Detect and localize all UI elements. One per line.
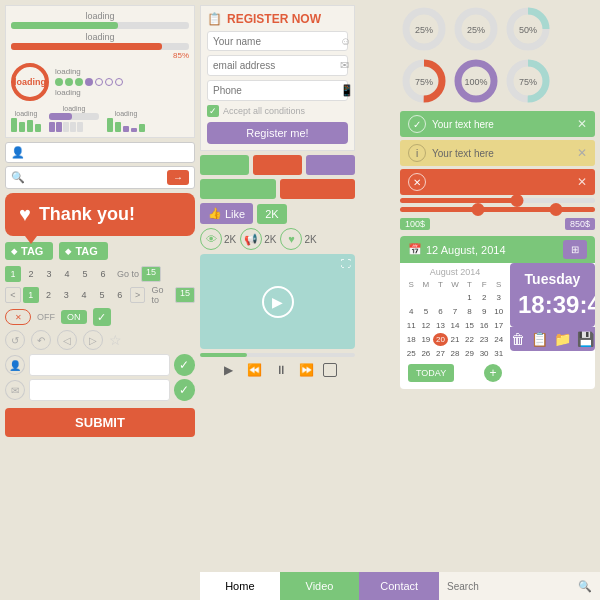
cal-day-9[interactable]: 9 — [477, 305, 492, 318]
cal-day-13[interactable]: 13 — [433, 319, 448, 332]
page-1b[interactable]: 1 — [23, 287, 39, 303]
cal-day-14[interactable]: 14 — [448, 319, 463, 332]
stop-control[interactable] — [323, 363, 337, 377]
star-icon[interactable]: ☆ — [109, 332, 122, 348]
cal-day-16[interactable]: 16 — [477, 319, 492, 332]
cal-day-31[interactable]: 31 — [491, 347, 506, 360]
register-button[interactable]: Register me! — [207, 122, 348, 144]
page-4[interactable]: 4 — [59, 266, 75, 282]
notif-close-1[interactable]: ✕ — [577, 117, 587, 131]
cal-day-27[interactable]: 27 — [433, 347, 448, 360]
mail-check-button[interactable]: ✓ — [174, 379, 195, 401]
page-2b[interactable]: 2 — [41, 287, 57, 303]
cal-day-28[interactable]: 28 — [448, 347, 463, 360]
goto-box-1[interactable]: 15 — [141, 266, 161, 282]
page-6[interactable]: 6 — [95, 266, 111, 282]
page-6b[interactable]: 6 — [112, 287, 128, 303]
cal-day-20-today[interactable]: 20 — [433, 333, 448, 346]
add-event-button[interactable]: + — [484, 364, 502, 382]
cal-day-1[interactable]: 1 — [462, 291, 477, 304]
cal-day-2[interactable]: 2 — [477, 291, 492, 304]
red-button-1[interactable] — [253, 155, 302, 175]
search-input-2[interactable] — [29, 172, 167, 183]
nav-search-input[interactable] — [447, 581, 574, 592]
tag-2[interactable]: TAG — [59, 242, 107, 260]
name-input[interactable] — [213, 36, 340, 47]
search-input-1[interactable] — [29, 147, 189, 158]
toggle-on-button[interactable]: ON — [61, 310, 87, 324]
today-button[interactable]: TODAY — [408, 364, 454, 382]
speaker-icon[interactable]: 📢 — [240, 228, 262, 250]
phone-input[interactable] — [213, 85, 340, 96]
slider-thumb-1[interactable] — [511, 194, 524, 207]
nav-video[interactable]: Video — [280, 572, 360, 600]
cal-day-30[interactable]: 30 — [477, 347, 492, 360]
rewind-control[interactable]: ⏪ — [245, 360, 265, 380]
slider-thumb-2b[interactable] — [550, 203, 563, 216]
green-button-1[interactable] — [200, 155, 249, 175]
cal-day-19[interactable]: 19 — [419, 333, 434, 346]
play-control[interactable]: ▶ — [219, 360, 239, 380]
goto-box-2[interactable]: 15 — [175, 287, 195, 303]
like-button[interactable]: 👍 Like — [200, 203, 253, 224]
heart-badge-icon[interactable]: ♥ — [280, 228, 302, 250]
cal-day-18[interactable]: 18 — [404, 333, 419, 346]
cal-day-17[interactable]: 17 — [491, 319, 506, 332]
page-3b[interactable]: 3 — [58, 287, 74, 303]
cal-day-25[interactable]: 25 — [404, 347, 419, 360]
cal-day-10[interactable]: 10 — [491, 305, 506, 318]
cal-day-26[interactable]: 26 — [419, 347, 434, 360]
cal-day-12[interactable]: 12 — [419, 319, 434, 332]
forward-icon[interactable]: ▷ — [83, 330, 103, 350]
cal-day-24[interactable]: 24 — [491, 333, 506, 346]
user-check-button[interactable]: ✓ — [174, 354, 195, 376]
play-button[interactable]: ▶ — [262, 286, 294, 318]
eye-icon[interactable]: 👁 — [200, 228, 222, 250]
red-button-2[interactable] — [280, 179, 356, 199]
purple-button-1[interactable] — [306, 155, 355, 175]
mail-form-input[interactable] — [29, 379, 170, 401]
cal-grid-icon[interactable]: ⊞ — [563, 240, 587, 259]
page-5b[interactable]: 5 — [94, 287, 110, 303]
trash-icon[interactable]: 🗑 — [511, 331, 525, 347]
page-3[interactable]: 3 — [41, 266, 57, 282]
page-5[interactable]: 5 — [77, 266, 93, 282]
forward-control[interactable]: ⏩ — [297, 360, 317, 380]
cal-day-4[interactable]: 4 — [404, 305, 419, 318]
save-icon[interactable]: 💾 — [577, 331, 594, 347]
tag-1[interactable]: TAG — [5, 242, 53, 260]
folder-icon[interactable]: 📁 — [554, 331, 571, 347]
expand-icon[interactable]: ⛶ — [341, 258, 351, 269]
user-form-input[interactable] — [29, 354, 170, 376]
cal-day-15[interactable]: 15 — [462, 319, 477, 332]
cal-day-21[interactable]: 21 — [448, 333, 463, 346]
email-input[interactable] — [213, 60, 340, 71]
page-2[interactable]: 2 — [23, 266, 39, 282]
cal-day-3[interactable]: 3 — [491, 291, 506, 304]
back-icon[interactable]: ◁ — [57, 330, 77, 350]
cal-day-6[interactable]: 6 — [433, 305, 448, 318]
notif-close-3[interactable]: ✕ — [577, 175, 587, 189]
prev-arrow[interactable]: < — [5, 287, 21, 303]
undo-icon[interactable]: ↶ — [31, 330, 51, 350]
cal-day-29[interactable]: 29 — [462, 347, 477, 360]
submit-button[interactable]: SUBMIT — [5, 408, 195, 437]
refresh-icon[interactable]: ↺ — [5, 330, 25, 350]
accept-checkbox[interactable]: ✓ — [207, 105, 219, 117]
page-1[interactable]: 1 — [5, 266, 21, 282]
cal-day-23[interactable]: 23 — [477, 333, 492, 346]
pause-control[interactable]: ⏸ — [271, 360, 291, 380]
cal-day-5[interactable]: 5 — [419, 305, 434, 318]
green-button-2[interactable] — [200, 179, 276, 199]
cal-day-7[interactable]: 7 — [448, 305, 463, 318]
cal-day-22[interactable]: 22 — [462, 333, 477, 346]
notif-close-2[interactable]: ✕ — [577, 146, 587, 160]
slider-thumb-2a[interactable] — [472, 203, 485, 216]
cal-day-11[interactable]: 11 — [404, 319, 419, 332]
toggle-check-button[interactable]: ✓ — [93, 308, 111, 326]
cal-day-8[interactable]: 8 — [462, 305, 477, 318]
page-4b[interactable]: 4 — [76, 287, 92, 303]
search-button[interactable]: → — [167, 170, 189, 185]
nav-contact[interactable]: Contact — [359, 572, 439, 600]
nav-home[interactable]: Home — [200, 572, 280, 600]
